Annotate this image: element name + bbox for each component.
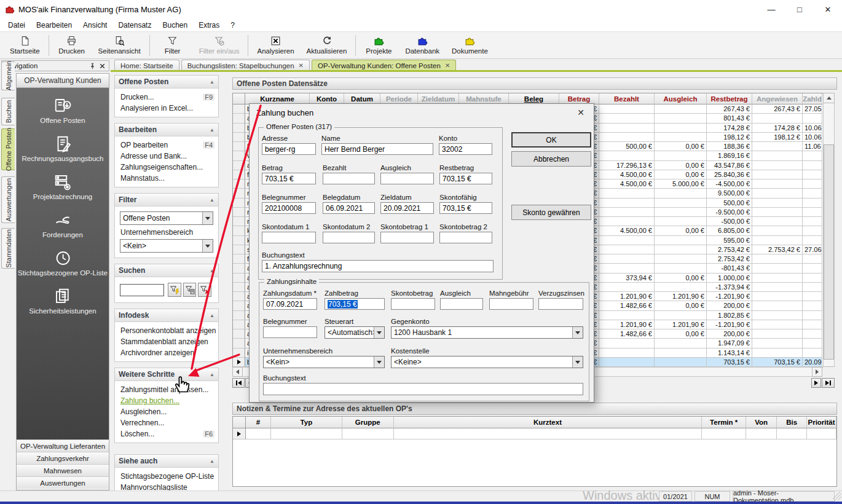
task-item-adresse-und-bank[interactable]: Adresse und Bank... <box>115 151 218 162</box>
betrag-field[interactable]: 703,15 € <box>262 173 316 184</box>
op-column-header-zahld[interactable]: Zahld <box>803 93 822 104</box>
side-tab-stammdaten[interactable]: Stammdaten <box>1 228 15 269</box>
op-column-header-ausgleich[interactable]: Ausgleich <box>655 93 707 104</box>
search-input[interactable] <box>120 284 164 296</box>
skontofaehig-field[interactable]: 703,15 € <box>439 202 492 214</box>
ok-button[interactable]: OK <box>511 132 591 148</box>
toolbar-projekte-button[interactable]: Projekte <box>358 34 399 56</box>
verzugszinsen-field[interactable] <box>538 298 583 310</box>
zahlbetrag-field[interactable]: 703,15 € <box>325 298 385 310</box>
toolbar-seitenansicht-button[interactable]: Seitenansicht <box>92 34 147 56</box>
sidebar-group-zahlungsverkehr[interactable]: Zahlungsverkehr <box>17 452 109 464</box>
search-filter-clear-icon-button[interactable] <box>198 283 211 297</box>
unternehmensbereich-dropdown-icon[interactable] <box>202 240 213 252</box>
toolbar-drucken-button[interactable]: Drucken <box>52 34 92 56</box>
task-item-archivordner-anzeigen[interactable]: Archivordner anzeigen <box>115 347 218 358</box>
sidebar-item-forderungen[interactable]: Forderungen <box>42 211 83 238</box>
task-item-zahlungsmittel-anpassen[interactable]: Zahlungsmittel anpassen... <box>115 384 218 395</box>
next-record-button[interactable] <box>811 378 821 388</box>
menu-item-buchen[interactable]: Buchen <box>157 20 193 31</box>
section-header-filter[interactable]: Filter▲ <box>115 194 218 207</box>
tab-op-verwaltung-kunden-offene-posten[interactable]: OP-Verwaltung Kunden: Offene Posten✕ <box>312 60 456 71</box>
op-column-header-angewiesen[interactable]: Angewiesen <box>752 93 803 104</box>
h-scrollbar-right-button[interactable] <box>812 367 822 377</box>
toolbar-startseite-button[interactable]: Startseite <box>4 34 46 56</box>
toolbar-filter-button[interactable]: Filter <box>152 34 193 56</box>
sidebar-group-auswertungen[interactable]: Auswertungen <box>17 476 109 489</box>
resize-grip[interactable] <box>833 492 841 500</box>
toolbar-aktualisieren-button[interactable]: Aktualisieren <box>301 34 353 56</box>
collapse-icon[interactable]: ▲ <box>210 268 214 274</box>
sidebar-item-projektabrechnung[interactable]: Projektabrechnung <box>33 173 93 200</box>
zieldatum-field[interactable]: 20.09.2021 <box>380 202 434 214</box>
sidebar-item-rechnungsausgangsbuch[interactable]: Rechnungsausgangsbuch <box>22 135 104 162</box>
notes-column-header-bis[interactable]: Bis <box>777 417 807 428</box>
search-filter-form-icon-button[interactable] <box>183 283 197 297</box>
skonto-gewaehren-button[interactable]: Skonto gewähren <box>511 205 591 220</box>
side-tab-allgemein[interactable]: Allgemein <box>1 61 15 90</box>
h-scrollbar-left-button[interactable] <box>232 367 243 377</box>
skontobetrag2-field[interactable] <box>439 232 492 243</box>
task-item-l-schen[interactable]: Löschen...F6 <box>115 428 218 439</box>
task-item-stammdatenblatt-anzeigen[interactable]: Stammdatenblatt anzeigen <box>115 336 218 347</box>
belegnummer-field[interactable]: 202100008 <box>262 202 316 214</box>
filter-combo[interactable]: Offene Posten <box>120 211 213 225</box>
section-header-bearbeiten[interactable]: Bearbeiten▲ <box>115 124 218 136</box>
buchungstext1-field[interactable]: 1. Anzahlungsrechnung <box>262 260 494 272</box>
toolbar-dokumente-button[interactable]: Dokumente <box>446 34 494 56</box>
belegnummer2-field[interactable] <box>263 326 317 338</box>
menu-item-bearbeiten[interactable]: Bearbeiten <box>31 20 77 31</box>
collapse-icon[interactable]: ▲ <box>210 313 214 318</box>
skontobetrag-field[interactable] <box>391 298 435 310</box>
notes-table-row[interactable] <box>233 428 836 439</box>
tab-home-startseite[interactable]: Home: Startseite <box>114 60 179 71</box>
close-panel-icon[interactable] <box>98 62 106 70</box>
konto-field[interactable]: 32002 <box>439 143 492 155</box>
dialog-title-bar[interactable]: Zahlung buchen <box>250 104 594 121</box>
section-header-offene-posten[interactable]: Offene Posten▲ <box>115 76 218 89</box>
pin-icon[interactable] <box>89 62 96 70</box>
unternehmensbereich-combo[interactable]: <Kein> <box>263 356 385 368</box>
notes-column-header-termin[interactable]: Termin * <box>702 417 746 428</box>
sidebar-item-sicherheitsleistungen[interactable]: Sicherheitsleistungen <box>29 287 96 315</box>
notes-column-header-von[interactable]: Von <box>746 417 777 428</box>
dialog-close-icon[interactable]: ✕ <box>574 106 588 119</box>
section-header-siehe-auch[interactable]: Siehe auch▲ <box>115 455 218 468</box>
maximize-button[interactable]: □ <box>785 0 814 18</box>
mahngebuehr-field[interactable] <box>489 298 533 310</box>
collapse-icon[interactable]: ▲ <box>210 459 214 464</box>
task-item-analysieren-in-excel[interactable]: Analysieren in Excel... <box>115 103 218 114</box>
task-item-op-bearbeiten[interactable]: OP bearbeitenF4 <box>115 140 218 151</box>
op-column-header-bezahlt[interactable]: Bezahlt <box>599 93 655 104</box>
v-scrollbar-up-button[interactable] <box>823 93 835 103</box>
section-header-suchen[interactable]: Suchen▲ <box>115 264 218 277</box>
task-item-personenkontoblatt-anzeigen[interactable]: Personenkontoblatt anzeigen <box>115 325 218 336</box>
menu-item-datei[interactable]: Datei <box>2 20 31 31</box>
search-filter-run-icon-button[interactable] <box>168 283 181 297</box>
steuerart-combo[interactable]: <Automatisch> <box>325 326 385 339</box>
toolbar-datenbank-button[interactable]: Datenbank <box>399 34 446 56</box>
tab-close-icon[interactable]: ✕ <box>299 62 304 69</box>
ausgleich-field[interactable] <box>380 173 434 184</box>
belegdatum-field[interactable]: 06.09.2021 <box>323 202 375 214</box>
ausgleich2-field[interactable] <box>440 298 483 310</box>
section-header-infodesk[interactable]: Infodesk▲ <box>115 309 218 322</box>
filter-combo-dropdown-icon[interactable] <box>202 212 213 224</box>
side-tab-auswertungen[interactable]: Auswertungen <box>1 176 15 223</box>
menu-item-datensatz[interactable]: Datensatz <box>112 20 157 31</box>
minimize-button[interactable]: — <box>757 0 785 18</box>
sidebar-item-stichtagsbezogene-op-liste[interactable]: Stichtagsbezogene OP-Liste <box>18 249 108 277</box>
sidebar-item-offene-posten[interactable]: Offene Posten <box>40 96 85 124</box>
v-scrollbar-thumb[interactable] <box>824 144 834 360</box>
name-field[interactable]: Herr Bernd Berger <box>321 143 433 155</box>
notes-column-header-typ[interactable]: Typ <box>271 417 342 428</box>
menu-item-extras[interactable]: Extras <box>193 20 225 31</box>
kostenstelle-dropdown-icon[interactable] <box>572 356 583 368</box>
skontobetrag1-field[interactable] <box>380 232 434 243</box>
collapse-icon[interactable]: ▲ <box>210 197 214 203</box>
sidebar-group-op-verwaltung-lieferanten[interactable]: OP-Verwaltung Lieferanten <box>17 439 109 452</box>
adresse-field[interactable]: berger-rg <box>262 143 316 155</box>
notes-column-header-kurztext[interactable]: Kurztext <box>394 417 702 428</box>
task-item-zahlungseigenschaften[interactable]: Zahlungseigenschaften... <box>115 162 218 173</box>
tab-close-icon[interactable]: ✕ <box>445 62 450 69</box>
